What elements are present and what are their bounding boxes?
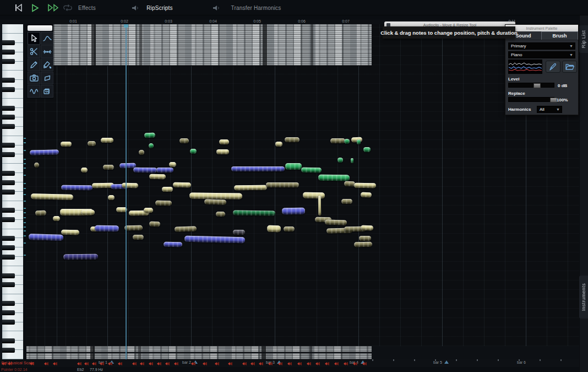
note[interactable] — [231, 166, 285, 171]
note[interactable] — [149, 222, 160, 227]
pitch-curve-tool[interactable] — [41, 32, 53, 45]
note[interactable] — [144, 133, 155, 138]
split-tool[interactable] — [28, 45, 40, 58]
move-resize-tool[interactable] — [28, 32, 40, 45]
tool-palette-handle[interactable] — [28, 25, 52, 31]
piano-black-key[interactable] — [2, 78, 15, 83]
note[interactable] — [30, 149, 59, 155]
note[interactable] — [81, 168, 88, 172]
note[interactable] — [266, 182, 299, 187]
note[interactable] — [337, 158, 343, 163]
note[interactable] — [341, 199, 352, 204]
pick-sound-button[interactable] — [546, 61, 560, 73]
note[interactable] — [31, 193, 73, 200]
note[interactable] — [61, 142, 72, 147]
level-slider[interactable] — [508, 83, 554, 88]
note[interactable] — [354, 183, 376, 188]
note[interactable] — [155, 201, 172, 206]
erase-tool[interactable] — [41, 72, 53, 84]
note[interactable] — [101, 138, 113, 143]
note[interactable] — [124, 225, 143, 230]
note[interactable] — [35, 211, 46, 215]
note[interactable] — [169, 162, 176, 167]
note[interactable] — [108, 195, 115, 200]
piano-black-key[interactable] — [2, 208, 15, 213]
note[interactable] — [204, 200, 226, 205]
note[interactable] — [357, 139, 361, 144]
note[interactable] — [267, 225, 281, 233]
join-tool[interactable] — [41, 45, 53, 58]
wave-tool[interactable] — [28, 85, 40, 98]
piano-black-key[interactable] — [2, 87, 15, 92]
note[interactable] — [175, 227, 197, 232]
note[interactable] — [318, 196, 321, 215]
level-slider-thumb[interactable] — [533, 83, 541, 88]
note[interactable] — [63, 254, 98, 260]
piano-black-key[interactable] — [2, 217, 15, 222]
overview-strip-1[interactable] — [25, 346, 372, 352]
note[interactable] — [139, 150, 144, 155]
piano-black-key[interactable] — [2, 273, 15, 278]
note[interactable] — [144, 208, 153, 213]
piano-black-key[interactable] — [2, 338, 15, 343]
replace-slider[interactable] — [508, 97, 554, 102]
note[interactable] — [234, 185, 267, 191]
note[interactable] — [282, 208, 305, 215]
note[interactable] — [190, 149, 197, 154]
overview-strip-2[interactable] — [25, 353, 372, 359]
audition-tool[interactable] — [41, 85, 53, 98]
note[interactable] — [162, 187, 173, 192]
piano-black-key[interactable] — [2, 236, 15, 241]
draw-tool[interactable] — [28, 58, 40, 71]
load-sound-button[interactable] — [562, 61, 577, 73]
note[interactable] — [361, 225, 373, 231]
note[interactable] — [361, 192, 372, 197]
note[interactable] — [122, 183, 138, 188]
note[interactable] — [363, 147, 371, 152]
menu-effects[interactable]: Effects — [70, 0, 104, 15]
note[interactable] — [285, 163, 302, 170]
note[interactable] — [189, 192, 242, 199]
piano-black-key[interactable] — [2, 282, 15, 287]
note[interactable] — [301, 168, 322, 172]
note[interactable] — [149, 174, 166, 179]
piano-black-key[interactable] — [2, 106, 15, 111]
piano-black-key[interactable] — [2, 59, 15, 64]
fast-forward-icon[interactable] — [47, 0, 59, 15]
play-icon[interactable] — [31, 0, 39, 15]
menu-transfer-harmonics[interactable]: Transfer Harmonics — [226, 0, 286, 15]
piano-black-key[interactable] — [2, 40, 15, 45]
piano-black-key[interactable] — [2, 245, 15, 250]
note[interactable] — [179, 138, 189, 143]
note[interactable] — [133, 168, 157, 173]
note[interactable] — [95, 225, 119, 232]
piano-black-key[interactable] — [2, 115, 15, 120]
piano-black-key[interactable] — [2, 171, 15, 176]
piano-black-key[interactable] — [2, 143, 15, 148]
skip-to-start-icon[interactable] — [14, 0, 23, 15]
piano-black-key[interactable] — [2, 124, 15, 129]
scale-hint[interactable]: Set Musical Scale — [1, 360, 34, 365]
piano-black-key[interactable] — [2, 255, 15, 260]
piano-black-key[interactable] — [2, 310, 15, 315]
piano-black-key[interactable] — [2, 190, 15, 195]
piano-black-key[interactable] — [2, 320, 15, 325]
note[interactable] — [233, 230, 245, 235]
note[interactable] — [325, 220, 347, 225]
note[interactable] — [359, 236, 371, 241]
note[interactable] — [275, 142, 282, 147]
note[interactable] — [216, 212, 225, 217]
paint-harmonics-tool[interactable] — [41, 58, 53, 71]
note[interactable] — [284, 227, 295, 231]
note[interactable] — [164, 242, 182, 247]
note[interactable] — [61, 185, 92, 191]
note[interactable] — [81, 210, 95, 215]
playhead[interactable] — [126, 20, 127, 367]
speaker-icon[interactable] — [132, 0, 139, 15]
instruments-tab[interactable]: Instruments — [579, 276, 588, 319]
note[interactable] — [53, 216, 60, 221]
snapshot-tool[interactable] — [28, 72, 40, 84]
note[interactable] — [285, 137, 300, 142]
note[interactable] — [103, 165, 114, 170]
tab-brush[interactable]: Brush — [541, 31, 578, 40]
